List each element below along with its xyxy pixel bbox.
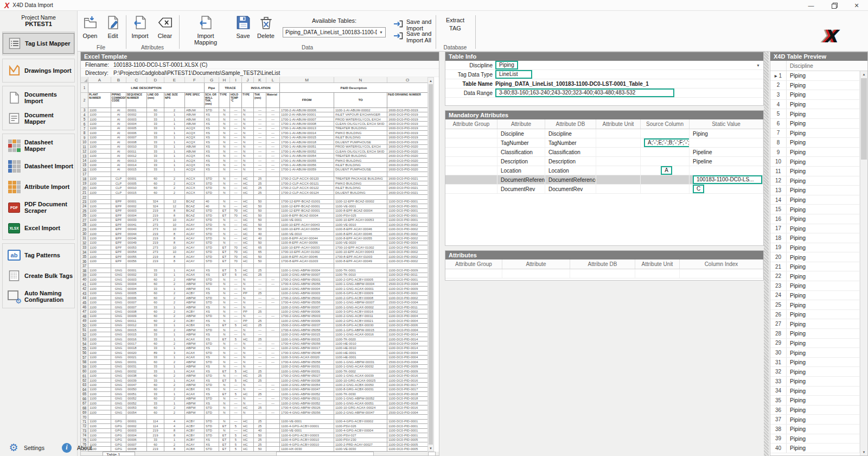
excel-row-62[interactable]: 621100GNG00039331ACAXXSET5HC251100-2-GNG… bbox=[81, 378, 428, 383]
column-header-attribute[interactable]: Attribute bbox=[502, 259, 570, 269]
excel-row-16[interactable]: 161100AI00015331ACQXXSN—N——1700-1-AI-ABU… bbox=[81, 168, 428, 172]
excel-row-55[interactable]: 551100GNG00018331ABPWXSN—N——1100-2-GNG-A… bbox=[81, 346, 428, 351]
sidebar-item-drawings-import[interactable]: Drawings Import bbox=[3, 60, 74, 81]
preview-row-38[interactable]: 38Piping bbox=[770, 425, 860, 434]
sidebar-item-document-mapper[interactable]: Document Mapper bbox=[3, 108, 74, 129]
preview-row-27[interactable]: 27Piping bbox=[770, 319, 860, 329]
excel-row-51[interactable]: 511100GNG00015602ABPWSTDN—N——1700-4-GNG-… bbox=[81, 328, 428, 332]
excel-row-35[interactable]: 351100EPF000552198ACAYSTDET70HC501100-8-… bbox=[81, 255, 428, 259]
preview-row-21[interactable]: 21Piping bbox=[770, 262, 860, 272]
excel-row-28[interactable]: 281100EPF0004127310ACAYSTDN—HC501100-10-… bbox=[81, 223, 428, 227]
column-header-attribute-db[interactable]: Attribute DB bbox=[570, 259, 635, 269]
excel-row-21[interactable]: 211100CLP00015602ACCXSTDN—HC251700-2-CLP… bbox=[81, 191, 428, 195]
column-header-C[interactable]: C bbox=[126, 77, 147, 83]
sidebar-item-excel-import[interactable]: XLSXExcel Import bbox=[3, 218, 74, 238]
column-header-N[interactable]: N bbox=[334, 77, 387, 83]
close-button[interactable]: × bbox=[845, 0, 868, 11]
import-button[interactable]: Import bbox=[127, 15, 152, 39]
excel-row-10[interactable]: 101100AI00008331ACQXXSN—N——1700-1-AI-ABU… bbox=[81, 140, 428, 144]
preview-row-17[interactable]: 17Piping bbox=[770, 224, 860, 234]
excel-row-9[interactable]: 91100AI00007331ACQXXSN—N——1700-1-AI-ABUW… bbox=[81, 136, 428, 140]
preview-row-40[interactable]: 40Piping bbox=[770, 444, 860, 453]
preview-row-29[interactable]: 29Piping bbox=[770, 339, 860, 349]
excel-row-14[interactable]: 141100AI00013331ACQXXSN—N——1700-1-AI-ABU… bbox=[81, 159, 428, 163]
preview-row-14[interactable]: 14Piping bbox=[770, 195, 860, 205]
mandatory-attribute-row-location[interactable]: LocationLocationA bbox=[445, 166, 763, 175]
excel-row-6[interactable]: 61100AI00004331ABUWXSN—N——1700-1-AI-ABUW… bbox=[81, 122, 428, 126]
save-button[interactable]: Save bbox=[231, 15, 256, 39]
mapped-value[interactable]: A;'-';E;'-';B;'-';F;'-';C bbox=[644, 138, 690, 147]
column-header-K[interactable]: K bbox=[254, 77, 266, 83]
preview-row-1[interactable]: ▸ 1Piping bbox=[770, 71, 860, 81]
sidebar-item-documents-import[interactable]: Documents Import bbox=[3, 87, 74, 108]
excel-row-12[interactable]: 121100AI00011331ABUWXSN—N——1700-1-AI-ABU… bbox=[81, 149, 428, 154]
excel-row-52[interactable]: 521100GNG00015331ABPWXSN—N—1100-2-GNG-AB… bbox=[81, 332, 428, 337]
preview-scrollbar[interactable]: ▲ ▼ bbox=[860, 71, 867, 455]
excel-row-44[interactable]: 441100GNG00006602ABPWSTDN—N——1700-2-GNG-… bbox=[81, 296, 428, 300]
column-header-attribute[interactable]: Attribute bbox=[497, 119, 545, 129]
clear-button[interactable]: Clear bbox=[152, 15, 177, 39]
excel-row-23[interactable]: 231100EPF0000132412BCAZ40N—HC501700-12-E… bbox=[81, 200, 428, 204]
excel-row-8[interactable]: 81100AI00006331ACQXXSN—N——1700-1-AI-ABUW… bbox=[81, 131, 428, 135]
excel-row-46[interactable]: 461100GNG00007331ABPWXSN—N—1100-2-GNG-AB… bbox=[81, 305, 428, 309]
panel-splitter[interactable] bbox=[764, 52, 769, 456]
preview-row-3[interactable]: 3Piping bbox=[770, 90, 860, 100]
column-header-F[interactable]: F bbox=[185, 77, 205, 83]
column-header-column-index[interactable]: Column Index bbox=[680, 259, 763, 269]
column-header-attribute-db[interactable]: Attribute DB bbox=[545, 119, 596, 129]
column-header-E[interactable]: E bbox=[164, 77, 185, 83]
discipline-value[interactable]: Piping bbox=[495, 61, 518, 69]
tag-data-type-value[interactable]: LineList bbox=[495, 70, 532, 79]
sidebar-item-tag-list-mapper[interactable]: Tag List Mapper bbox=[3, 33, 74, 54]
excel-row-47[interactable]: 471100GNG00008602ACBYXSN—PP251100-2-GNG-… bbox=[81, 309, 428, 314]
excel-row-58[interactable]: 581100GNG00031602ABPWSTDN—N——1700-4-GNG-… bbox=[81, 360, 428, 364]
preview-row-19[interactable]: 19Piping bbox=[770, 243, 860, 253]
preview-row-34[interactable]: 34Piping bbox=[770, 387, 860, 396]
data-range-value[interactable]: 3-80;83-160;163-240;243-320;323-400;403-… bbox=[495, 88, 674, 97]
column-header-I[interactable]: I bbox=[230, 77, 242, 83]
excel-row-11[interactable]: 111100AI00010331ABUWXSN—N——1700-1-AI-ABU… bbox=[81, 145, 428, 149]
preview-row-4[interactable]: 4Piping bbox=[770, 100, 860, 110]
column-header-G[interactable]: G bbox=[205, 77, 219, 83]
mapped-value[interactable]: A bbox=[661, 166, 672, 175]
preview-row-24[interactable]: 24Piping bbox=[770, 291, 860, 301]
column-header-attribute-unit[interactable]: Attribute Unit bbox=[635, 259, 680, 269]
excel-row-31[interactable]: 311100EPF000462198ACAYSTDN—HC401100-8-EP… bbox=[81, 236, 428, 240]
column-header-static-value[interactable]: Static Value bbox=[690, 119, 763, 129]
mandatory-attribute-row-tagnumber[interactable]: TagNumberTagNumberA;'-';E;'-';B;'-';F;'-… bbox=[445, 138, 763, 148]
column-header-source-column[interactable]: Source Column bbox=[641, 119, 690, 129]
excel-row-29[interactable]: 291100EPF0004327310ACAYSTDN—HC501100-10-… bbox=[81, 227, 428, 231]
excel-horizontal-scrollbar[interactable] bbox=[276, 452, 374, 455]
excel-row-19[interactable]: 191100CLP00005602ACCXSTDN—HC251700-2-CLP… bbox=[81, 181, 428, 186]
import-mapping-button[interactable]: Import Mapping bbox=[185, 15, 226, 46]
excel-row-38[interactable]: 381100GNG00001331ACAXXSET5HC251100-1-GNG… bbox=[81, 268, 428, 273]
edit-button[interactable]: Edit bbox=[100, 15, 125, 39]
mandatory-attribute-row-discipline[interactable]: DisciplineDisciplinePiping bbox=[445, 129, 763, 138]
excel-row-3[interactable]: 31100AI00001602ABUWSTDN—N——1700-2-AI-ABU… bbox=[81, 108, 428, 112]
preview-row-35[interactable]: 35Piping bbox=[770, 396, 860, 406]
sheet-tab[interactable]: Table 1 bbox=[103, 452, 135, 455]
attribute-row-empty[interactable] bbox=[445, 269, 763, 278]
scroll-down-icon[interactable]: ▼ bbox=[428, 445, 433, 451]
preview-row-28[interactable]: 28Piping bbox=[770, 329, 860, 339]
column-header-L[interactable]: L bbox=[266, 77, 280, 83]
minimize-button[interactable]: — bbox=[800, 0, 822, 11]
excel-row-72[interactable]: 721100GPG000021144ACBYSTDET5HC251100-4-G… bbox=[81, 424, 428, 428]
excel-row-76[interactable]: 761100GPG00007602ACAYXSET5HC251100-4-GPG… bbox=[81, 442, 428, 447]
scroll-up-icon[interactable]: ▲ bbox=[428, 78, 433, 84]
mapped-value[interactable]: 100183-1100-DC0-LS... bbox=[693, 175, 762, 184]
extract-tag-button[interactable]: Extract TAG bbox=[441, 16, 469, 33]
excel-row-33[interactable]: 331100EPF0005327310ACAYSTDET70HC651100-1… bbox=[81, 245, 428, 250]
excel-horizontal-scroll-end[interactable] bbox=[428, 452, 436, 455]
excel-row-77[interactable]: 771100GPG000082198ACBXSTDET5HC501100-HX-… bbox=[81, 447, 428, 451]
excel-row-63[interactable]: 631100GNG00047602ABPWSTDN—N——1100-2-GNG-… bbox=[81, 383, 428, 387]
sidebar-item-auto-naming-configuration[interactable]: ⚙Auto Naming Configuration bbox=[3, 286, 74, 307]
preview-column-header[interactable]: Discipline bbox=[787, 61, 867, 71]
preview-row-33[interactable]: 33Piping bbox=[770, 377, 860, 387]
mandatory-attribute-row-documentreference[interactable]: DocumentReferenceDocumentReference100183… bbox=[445, 175, 763, 185]
preview-row-12[interactable]: 12Piping bbox=[770, 176, 860, 186]
excel-row-36[interactable]: 361100EPF000562198ACAYSTDET70HC501700-8-… bbox=[81, 259, 428, 263]
preview-row-8[interactable]: 8Piping bbox=[770, 138, 860, 148]
preview-row-26[interactable]: 26Piping bbox=[770, 310, 860, 320]
excel-row-20[interactable]: 201100CLP00010602ACCXSTDN—HC251700-2-CLP… bbox=[81, 186, 428, 190]
